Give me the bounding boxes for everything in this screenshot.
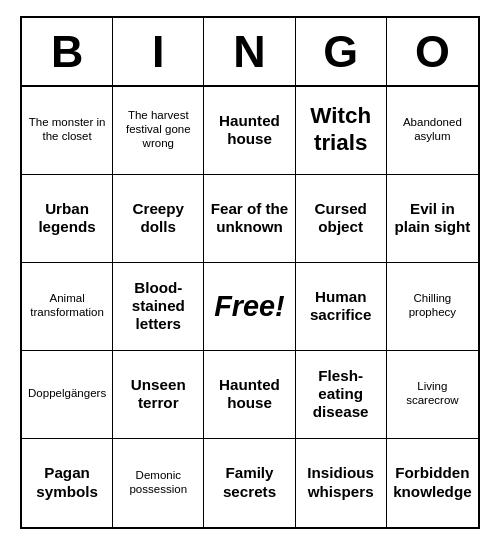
bingo-cell[interactable]: Blood-stained letters bbox=[113, 263, 204, 351]
cell-text: Forbidden knowledge bbox=[391, 464, 474, 500]
cell-text: Insidious whispers bbox=[300, 464, 382, 500]
cell-text: Animal transformation bbox=[26, 292, 108, 320]
bingo-cell[interactable]: Insidious whispers bbox=[296, 439, 387, 527]
cell-text: Family secrets bbox=[208, 464, 290, 500]
bingo-cell[interactable]: Human sacrifice bbox=[296, 263, 387, 351]
header-letter: G bbox=[296, 18, 387, 85]
bingo-cell[interactable]: Animal transformation bbox=[22, 263, 113, 351]
bingo-cell[interactable]: Living scarecrow bbox=[387, 351, 478, 439]
bingo-cell[interactable]: Demonic possession bbox=[113, 439, 204, 527]
header-letter: I bbox=[113, 18, 204, 85]
bingo-cell[interactable]: Pagan symbols bbox=[22, 439, 113, 527]
bingo-cell[interactable]: Flesh-eating disease bbox=[296, 351, 387, 439]
header-letter: O bbox=[387, 18, 478, 85]
bingo-grid: The monster in the closetThe harvest fes… bbox=[22, 87, 478, 527]
bingo-cell[interactable]: Unseen terror bbox=[113, 351, 204, 439]
cell-text: Blood-stained letters bbox=[117, 279, 199, 334]
cell-text: Haunted house bbox=[208, 112, 290, 148]
bingo-cell[interactable]: Abandoned asylum bbox=[387, 87, 478, 175]
cell-text: Pagan symbols bbox=[26, 464, 108, 500]
header-letter: N bbox=[204, 18, 295, 85]
cell-text: Witch trials bbox=[300, 103, 382, 157]
cell-text: Haunted house bbox=[208, 376, 290, 412]
cell-text: Human sacrifice bbox=[300, 288, 382, 324]
bingo-cell[interactable]: Cursed object bbox=[296, 175, 387, 263]
bingo-cell[interactable]: Fear of the unknown bbox=[204, 175, 295, 263]
cell-text: Living scarecrow bbox=[391, 380, 474, 408]
header-letter: B bbox=[22, 18, 113, 85]
bingo-cell[interactable]: Doppelgängers bbox=[22, 351, 113, 439]
bingo-cell[interactable]: Urban legends bbox=[22, 175, 113, 263]
bingo-cell[interactable]: Family secrets bbox=[204, 439, 295, 527]
bingo-cell[interactable]: The monster in the closet bbox=[22, 87, 113, 175]
bingo-cell[interactable]: Free! bbox=[204, 263, 295, 351]
bingo-cell[interactable]: The harvest festival gone wrong bbox=[113, 87, 204, 175]
cell-text: Abandoned asylum bbox=[391, 116, 474, 144]
cell-text: Creepy dolls bbox=[117, 200, 199, 236]
cell-text: Doppelgängers bbox=[28, 387, 106, 401]
cell-text: The harvest festival gone wrong bbox=[117, 109, 199, 150]
cell-text: Unseen terror bbox=[117, 376, 199, 412]
cell-text: Chilling prophecy bbox=[391, 292, 474, 320]
cell-text: Demonic possession bbox=[117, 469, 199, 497]
bingo-cell[interactable]: Creepy dolls bbox=[113, 175, 204, 263]
cell-text: The monster in the closet bbox=[26, 116, 108, 144]
bingo-cell[interactable]: Witch trials bbox=[296, 87, 387, 175]
bingo-cell[interactable]: Haunted house bbox=[204, 351, 295, 439]
bingo-cell[interactable]: Chilling prophecy bbox=[387, 263, 478, 351]
bingo-header: BINGO bbox=[22, 18, 478, 87]
bingo-card: BINGO The monster in the closetThe harve… bbox=[20, 16, 480, 529]
bingo-cell[interactable]: Forbidden knowledge bbox=[387, 439, 478, 527]
bingo-cell[interactable]: Evil in plain sight bbox=[387, 175, 478, 263]
cell-text: Evil in plain sight bbox=[391, 200, 474, 236]
cell-text: Free! bbox=[214, 289, 284, 324]
cell-text: Fear of the unknown bbox=[208, 200, 290, 236]
cell-text: Flesh-eating disease bbox=[300, 367, 382, 422]
bingo-cell[interactable]: Haunted house bbox=[204, 87, 295, 175]
cell-text: Cursed object bbox=[300, 200, 382, 236]
cell-text: Urban legends bbox=[26, 200, 108, 236]
